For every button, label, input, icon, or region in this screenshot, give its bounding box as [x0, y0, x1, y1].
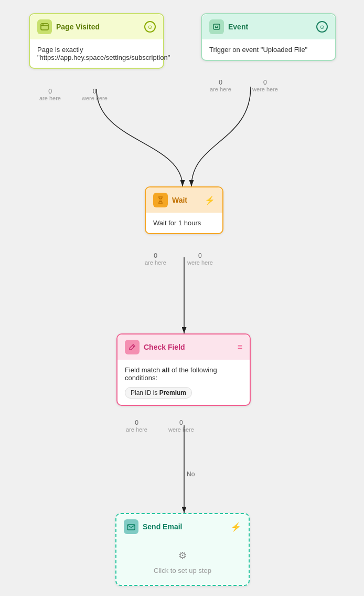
wait-title: Wait	[172, 196, 187, 204]
page-visited-stats: 0 are here 0 were here	[39, 88, 108, 101]
svg-rect-1	[41, 24, 48, 30]
send-email-node[interactable]: Send Email ⚡ ⚙ Click to set up step	[115, 513, 250, 586]
check-field-title: Check Field	[144, 343, 185, 351]
page-visited-icon	[37, 19, 52, 34]
send-email-placeholder: Click to set up step	[124, 567, 241, 574]
check-field-body: Field match all of the following conditi…	[117, 360, 250, 405]
event-stats: 0 are here 0 were here	[210, 79, 278, 92]
send-email-icon	[124, 519, 138, 534]
send-email-title: Send Email	[143, 522, 182, 531]
send-email-body[interactable]: ⚙ Click to set up step	[116, 539, 249, 585]
event-icon	[209, 19, 224, 34]
wait-node[interactable]: Wait ⚡ Wait for 1 hours	[145, 186, 223, 234]
check-field-badge: Plan ID is Premium	[125, 387, 192, 399]
check-field-stats: 0 are here 0 were here	[126, 419, 194, 433]
page-visited-body: Page is exactly "https://app.hey.space/s…	[30, 39, 163, 68]
send-email-lightning-icon: ⚡	[231, 522, 241, 532]
page-visited-settings-icon[interactable]: ⊙	[144, 21, 156, 33]
check-field-node[interactable]: Check Field ≡ Field match all of the fol…	[116, 333, 251, 406]
event-title: Event	[228, 23, 248, 31]
no-label: No	[187, 470, 195, 478]
event-node[interactable]: Event ⊙ Trigger on event "Uploaded File"	[201, 13, 336, 61]
wait-icon	[153, 193, 168, 207]
wait-stats: 0 are here 0 were here	[145, 252, 213, 266]
page-visited-node[interactable]: Page Visited ⊙ Page is exactly "https://…	[29, 13, 164, 69]
event-settings-icon[interactable]: ⊙	[316, 21, 328, 33]
check-field-icon	[125, 340, 140, 354]
wait-body: Wait for 1 hours	[146, 213, 222, 233]
send-email-gear-icon: ⚙	[178, 550, 187, 561]
check-field-filter-icon: ≡	[238, 342, 242, 352]
svg-rect-4	[213, 24, 220, 29]
wait-lightning-icon: ⚡	[205, 195, 215, 205]
event-body: Trigger on event "Uploaded File"	[202, 39, 335, 60]
page-visited-title: Page Visited	[56, 23, 100, 31]
